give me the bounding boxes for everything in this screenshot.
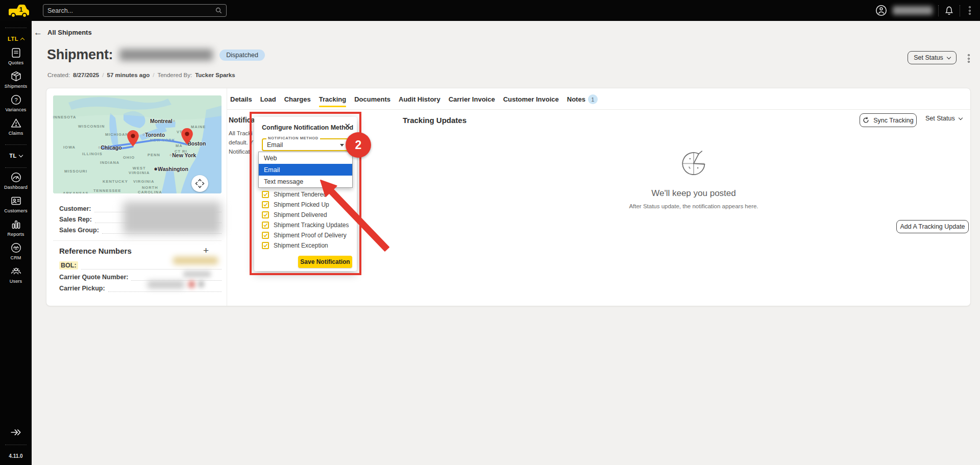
close-icon[interactable]: ✕ — [344, 121, 351, 131]
sidebar-item-crm[interactable]: CRM — [0, 242, 32, 260]
back-arrow-icon[interactable]: ← — [34, 28, 42, 37]
map-state-label: IOWA — [63, 145, 76, 150]
sync-tracking-button[interactable]: Sync Tracking — [860, 113, 917, 127]
breadcrumb-label[interactable]: All Shipments — [47, 29, 92, 36]
group-ltl-label: LTL — [8, 36, 18, 42]
warning-triangle-icon — [10, 117, 22, 129]
checkbox-shipment-exception[interactable]: Shipment Exception — [262, 242, 328, 249]
redacted-pickup-icon-red — [188, 281, 195, 288]
add-tracking-update-button[interactable]: Add A Tracking Update — [896, 220, 969, 233]
map-state-label: INDIANA — [100, 160, 119, 165]
sidebar-item-shipments[interactable]: Shipments — [0, 70, 32, 89]
map-city-label: Toronto — [142, 132, 165, 138]
destination-pin-icon — [181, 128, 193, 144]
option-web[interactable]: Web — [259, 152, 352, 164]
divider — [5, 445, 27, 445]
notifications-text: default. Y — [229, 139, 253, 145]
chevron-down-icon — [18, 153, 22, 157]
option-text-message[interactable]: Text message — [259, 176, 352, 187]
route-map[interactable]: MINNESOTA WISCONSIN MICHIGAN IOWA ILLINO… — [53, 95, 222, 193]
divider — [5, 144, 27, 145]
add-reference-button[interactable]: + — [203, 246, 209, 255]
map-state-label: NEW YORK — [150, 138, 175, 142]
app-logo-truck-icon[interactable]: 1 — [7, 3, 30, 18]
topbar: 1 — [0, 0, 980, 21]
tracking-updates-heading: Tracking Updates — [403, 116, 467, 125]
map-city-label: Chicago — [98, 144, 122, 151]
app-version: 4.11.0 — [9, 453, 22, 459]
map-state-label: NORTH CAROLINA — [138, 185, 162, 193]
checkbox-shipment-delivered[interactable]: Shipment Delivered — [262, 211, 327, 218]
popover-title: Configure Notification Method — [262, 124, 353, 131]
map-state-label: MISSOURI — [64, 169, 87, 174]
checkbox-checked-icon — [262, 211, 269, 218]
checkbox-shipment-tracking-updates[interactable]: Shipment Tracking Updates — [262, 222, 349, 229]
created-label: Created: — [47, 72, 70, 78]
tracking-empty-state: We'll keep you posted After Status updat… — [602, 150, 786, 209]
sidebar: LTL Quotes Shipments ? Variances — [0, 21, 32, 465]
sidebar-item-quotes[interactable]: Quotes — [0, 47, 32, 65]
chevron-up-icon — [20, 37, 24, 41]
chevron-down-icon — [947, 55, 951, 59]
checkbox-shipment-tendered[interactable]: Shipment Tendered — [262, 191, 327, 198]
svg-text:?: ? — [14, 97, 17, 103]
user-avatar-icon[interactable] — [875, 5, 887, 16]
tab-tracking[interactable]: Tracking — [319, 95, 346, 106]
sidebar-item-reports[interactable]: Reports — [0, 218, 32, 237]
radar-icon — [680, 150, 707, 177]
bar-chart-icon — [10, 218, 22, 230]
dashboard-gauge-icon — [10, 172, 22, 183]
tracking-set-status-button[interactable]: Set Status — [925, 115, 962, 122]
map-state-label: WEST VIRGINIA — [129, 166, 150, 176]
select-value: Email — [267, 141, 283, 149]
tab-carrier-invoice[interactable]: Carrier Invoice — [449, 95, 495, 106]
status-badge: Dispatched — [219, 50, 265, 61]
checkbox-checked-icon — [262, 191, 269, 198]
divider — [938, 5, 939, 16]
sidebar-item-customers[interactable]: Customers — [0, 195, 32, 213]
map-state-label: TENNESSEE — [93, 188, 121, 193]
save-notification-button[interactable]: Save Notification — [298, 256, 352, 268]
map-expand-button[interactable] — [191, 175, 208, 192]
notification-method-select[interactable]: NOTIFICATION METHOD Email — [262, 138, 349, 151]
search-input[interactable] — [47, 7, 215, 14]
tab-notes[interactable]: Notes 1 — [567, 94, 598, 107]
tab-charges[interactable]: Charges — [284, 95, 311, 106]
sidebar-expand-icon[interactable] — [10, 426, 22, 438]
sidebar-item-dashboard[interactable]: Dashboard — [0, 172, 32, 190]
quotes-icon — [10, 47, 22, 59]
divider — [53, 240, 222, 241]
notifications-bell-icon[interactable] — [944, 6, 954, 15]
tab-load[interactable]: Load — [260, 95, 276, 106]
tab-customer-invoice[interactable]: Customer Invoice — [503, 95, 559, 106]
sidebar-group-ltl[interactable]: LTL — [8, 36, 24, 42]
tab-details[interactable]: Details — [230, 95, 252, 106]
empty-state-title: We'll keep you posted — [651, 188, 736, 199]
select-caret-icon — [340, 144, 344, 146]
map-state-label: MICHIGAN — [105, 132, 129, 137]
sidebar-item-variances[interactable]: ? Variances — [0, 94, 32, 112]
sidebar-item-claims[interactable]: Claims — [0, 117, 32, 136]
tendered-value: Tucker Sparks — [195, 72, 235, 78]
origin-pin-icon — [127, 130, 139, 146]
search-icon — [215, 7, 222, 14]
checkbox-shipment-proof-of-delivery[interactable]: Shipment Proof of Delivery — [262, 232, 347, 239]
checkbox-shipment-picked-up[interactable]: Shipment Picked Up — [262, 201, 329, 208]
option-email[interactable]: Email — [259, 164, 352, 176]
svg-text:1: 1 — [19, 6, 22, 13]
shipment-tabs: Details Load Charges Tracking Documents … — [230, 94, 598, 107]
sidebar-item-users[interactable]: Users — [0, 265, 32, 284]
tab-documents[interactable]: Documents — [354, 95, 390, 106]
sidebar-group-tl[interactable]: TL — [9, 153, 22, 159]
field-carrier-pickup: Carrier Pickup: — [59, 283, 222, 292]
set-status-button[interactable]: Set Status — [908, 51, 957, 64]
map-state-label: ILLINOIS — [82, 152, 103, 156]
redacted-pickup-icon-gray — [198, 281, 204, 287]
topbar-kebab-menu-icon[interactable] — [966, 4, 974, 17]
notes-count-badge: 1 — [588, 94, 598, 104]
header-kebab-menu-icon[interactable] — [965, 52, 973, 65]
divider — [227, 109, 970, 110]
tab-audit-history[interactable]: Audit History — [399, 95, 440, 106]
map-state-label: MINNESOTA — [53, 115, 76, 119]
sync-icon — [863, 117, 869, 124]
